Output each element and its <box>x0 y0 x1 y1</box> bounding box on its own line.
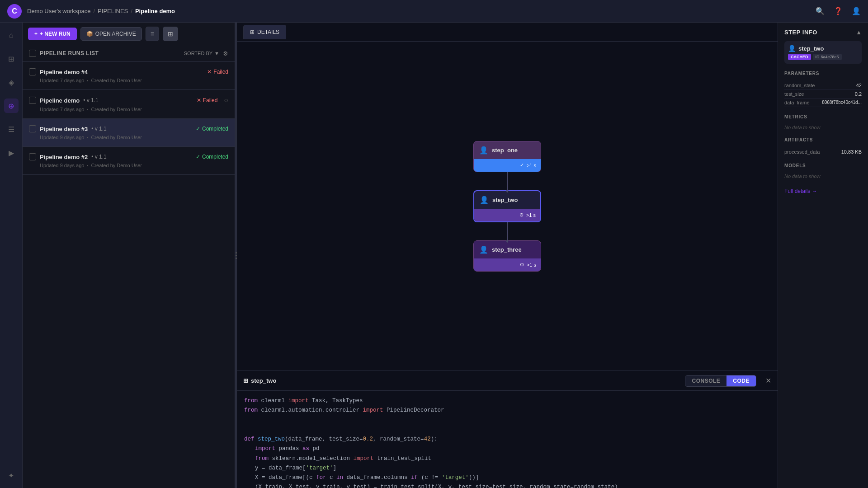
step-two-name: step_two <box>492 197 518 203</box>
meta-dot <box>87 109 88 110</box>
sidebar-icon-integrations[interactable]: ✦ <box>4 468 19 483</box>
artifacts-section-title: ARTIFACTS <box>784 137 862 142</box>
collapse-icon[interactable]: ▲ <box>856 29 862 36</box>
step-three-circle-icon: ⊙ <box>520 262 524 267</box>
artifact-val: 10.83 KB <box>841 149 862 155</box>
code-line: from clearml.automation.controller impor… <box>244 406 770 415</box>
sorted-by-control[interactable]: SORTED BY ▼ <box>184 51 219 56</box>
failed-icon: ✕ <box>197 97 201 103</box>
code-tabs: CONSOLE CODE <box>685 375 756 387</box>
meta-dot <box>87 137 88 138</box>
details-tab-bar: ⊞ DETAILS <box>237 23 778 42</box>
step-info-title: STEP INFO <box>784 29 817 36</box>
pipeline-item-meta: Updated 7 days ago Created by Demo User <box>29 78 228 83</box>
parameters-section-title: PARAMETERS <box>784 71 862 76</box>
step-three-name: step_three <box>492 246 522 253</box>
pipeline-item-name: Pipeline demo #3 <box>40 126 88 132</box>
breadcrumb: Demo User's workspace / PIPELINES / Pipe… <box>27 8 175 14</box>
tab-details[interactable]: ⊞ DETAILS <box>243 25 286 39</box>
pipeline-run-item[interactable]: Pipeline demo #2 • v 1.1 ✓ Completed Upd… <box>23 147 235 175</box>
pipeline-item-header: Pipeline demo #2 • v 1.1 ✓ Completed <box>29 153 228 160</box>
item-checkbox[interactable] <box>29 153 36 160</box>
open-archive-button[interactable]: 📦 OPEN ARCHIVE <box>80 27 142 41</box>
code-line: from sklearn.model_selection import trai… <box>244 454 770 464</box>
models-no-data: No data to show <box>784 174 862 179</box>
step-two-node[interactable]: 👤 step_two ⊙ >1 s <box>473 190 541 222</box>
nav-right: 🔍 ❓ 👤 <box>816 7 861 15</box>
pipeline-run-item[interactable]: Pipeline demo #4 ✕ Failed Updated 7 days… <box>23 62 235 90</box>
step-three-bar: ⊙ >1 s <box>474 258 541 271</box>
completed-icon: ✓ <box>196 154 200 160</box>
panel-toolbar: + + NEW RUN 📦 OPEN ARCHIVE ≡ ⊞ <box>23 23 235 45</box>
workspace-link[interactable]: Demo User's workspace <box>27 8 90 14</box>
plus-icon: + <box>34 31 38 37</box>
sidebar-icon-reports[interactable]: ▶ <box>4 145 19 160</box>
code-line: def step_two(data_frame, test_size=0.2, … <box>244 435 770 444</box>
code-panel-icon: ⊞ <box>243 377 248 384</box>
artifact-key: processed_data <box>784 149 820 155</box>
search-icon[interactable]: 🔍 <box>816 7 825 15</box>
full-details-link[interactable]: Full details → <box>784 188 862 194</box>
pipeline-run-list: Pipeline demo #4 ✕ Failed Updated 7 days… <box>23 62 235 175</box>
pipeline-item-version: • v 1.1 <box>91 154 107 160</box>
parameters-list: random_state 42 test_size 0.2 data_frame… <box>784 81 862 107</box>
pipeline-run-item[interactable]: Pipeline demo #3 • v 1.1 ✓ Completed Upd… <box>23 119 235 147</box>
completed-icon: ✓ <box>196 126 200 132</box>
user-avatar[interactable]: 👤 <box>852 7 861 15</box>
id-label: ID <box>816 55 820 59</box>
step-three-node[interactable]: 👤 step_three ⊙ >1 s <box>473 240 541 272</box>
code-tab[interactable]: CODE <box>726 375 756 386</box>
param-key: random_state <box>784 83 815 88</box>
filter-icon[interactable]: ⚙ <box>223 50 228 57</box>
archive-icon: 📦 <box>86 31 93 37</box>
step-one-icon: 👤 <box>479 146 488 155</box>
pipeline-item-name: Pipeline demo <box>40 97 80 104</box>
param-row: data_frame 8068f78bc40c41d... <box>784 99 862 107</box>
console-tab[interactable]: CONSOLE <box>685 375 726 386</box>
meta-dot <box>87 165 88 166</box>
pipeline-item-name: Pipeline demo #4 <box>40 69 88 75</box>
item-checkbox[interactable] <box>29 125 36 132</box>
artifact-row: processed_data 10.83 KB <box>784 148 862 156</box>
sidebar-icon-pipelines[interactable]: ⊕ <box>4 99 19 113</box>
step-three-duration: >1 s <box>527 262 536 267</box>
list-view-button[interactable]: ≡ <box>146 27 159 41</box>
id-badge: ID 6a4e78e5 <box>813 54 842 60</box>
close-code-panel-button[interactable]: ✕ <box>765 376 771 385</box>
sidebar-icon-experiments[interactable]: ⊞ <box>4 52 19 66</box>
artifacts-list: processed_data 10.83 KB <box>784 148 862 156</box>
item-checkbox[interactable] <box>29 68 36 75</box>
help-icon[interactable]: ❓ <box>834 7 843 15</box>
step-two-bar: ⊙ >1 s <box>474 209 540 221</box>
param-key: test_size <box>784 91 804 97</box>
sidebar-icon-home[interactable]: ⌂ <box>4 28 19 42</box>
sep1: / <box>93 8 95 14</box>
sidebar-icon-models[interactable]: ◈ <box>4 75 19 89</box>
pipeline-item-status: ✓ Completed <box>196 126 228 132</box>
sort-arrow-icon: ▼ <box>214 51 219 56</box>
select-all-checkbox[interactable] <box>29 50 36 57</box>
grid-view-button[interactable]: ⊞ <box>163 27 178 41</box>
code-body: from clearml import Task, TaskTypes from… <box>237 391 778 488</box>
code-panel-header: ⊞ step_two CONSOLE CODE ✕ <box>237 371 778 391</box>
center-content: ⊞ DETAILS 👤 step_one ✓ >1 s <box>237 23 778 488</box>
pipeline-item-status: ✕ Failed <box>197 97 218 103</box>
code-line: (X_train, X_test, y_train, y_test) = tra… <box>244 483 770 488</box>
item-checkbox[interactable] <box>29 97 36 104</box>
step-one-name: step_one <box>492 147 518 154</box>
pipelines-link[interactable]: PIPELINES <box>98 8 128 14</box>
param-val: 42 <box>856 83 862 88</box>
step-two-duration: >1 s <box>526 212 536 218</box>
step-info-box: 👤 step_two CACHED ID 6a4e78e5 <box>784 41 862 64</box>
step-name-label: step_two <box>798 45 824 52</box>
step-one-node[interactable]: 👤 step_one ✓ >1 s <box>473 141 541 172</box>
pipeline-run-item[interactable]: Pipeline demo • v 1.1 ✕ Failed ○ Updated… <box>23 90 235 119</box>
step-three-icon: 👤 <box>479 245 488 254</box>
connector-1 <box>507 172 508 190</box>
step-one-header: 👤 step_one <box>474 141 541 159</box>
details-tab-icon: ⊞ <box>250 29 255 35</box>
current-pipeline: Pipeline demo <box>135 8 175 14</box>
cached-badge: CACHED <box>788 54 811 60</box>
new-run-button[interactable]: + + NEW RUN <box>28 28 77 40</box>
sidebar-icon-datasets[interactable]: ☰ <box>4 122 19 136</box>
